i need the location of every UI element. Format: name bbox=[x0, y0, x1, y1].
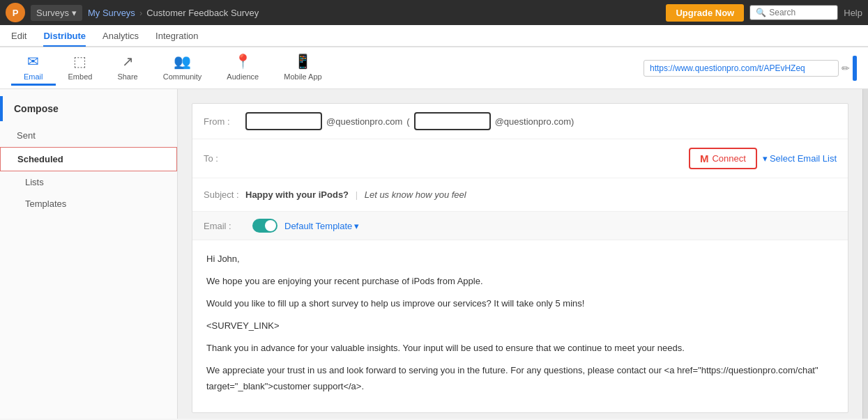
sidebar-item-scheduled[interactable]: Scheduled bbox=[0, 147, 177, 171]
email-body-line3: Would you like to fill up a short survey… bbox=[206, 296, 834, 311]
surveys-menu-button[interactable]: Surveys ▾ bbox=[31, 5, 82, 21]
email-label: Email : bbox=[204, 221, 245, 231]
surveys-label: Surveys bbox=[36, 8, 69, 18]
to-actions: M Connect ▾ Select Email List bbox=[689, 148, 837, 169]
sidebar-item-templates[interactable]: Templates bbox=[0, 193, 177, 215]
url-bar: ✏ bbox=[644, 56, 857, 81]
subject-italic: Let us know how you feel bbox=[365, 189, 466, 200]
my-surveys-link[interactable]: My Surveys bbox=[88, 8, 135, 18]
embed-icon: ⬚ bbox=[73, 53, 86, 70]
subject-label: Subject : bbox=[204, 189, 245, 200]
community-icon: 👥 bbox=[174, 53, 191, 70]
subject-row: Subject : Happy with your iPods? | Let u… bbox=[192, 178, 848, 212]
toolbar-audience-label: Audience bbox=[227, 72, 259, 81]
compose-area: From : @questionpro.com ( @questionpro.c… bbox=[178, 89, 862, 419]
second-nav: Edit Distribute Analytics Integration bbox=[0, 25, 868, 47]
toolbar-embed[interactable]: ⬚ Embed bbox=[56, 50, 105, 86]
select-email-list-button[interactable]: ▾ Select Email List bbox=[763, 153, 837, 164]
email-icon: ✉ bbox=[27, 53, 39, 70]
toolbar-mobile-app[interactable]: 📱 Mobile App bbox=[271, 50, 334, 86]
connect-button[interactable]: M Connect bbox=[689, 148, 757, 169]
top-nav: P Surveys ▾ My Surveys › Customer Feedba… bbox=[0, 0, 868, 25]
right-scrollbar[interactable] bbox=[862, 89, 868, 419]
subject-bold: Happy with your iPods? bbox=[245, 189, 349, 200]
email-body-greeting: Hi John, bbox=[206, 251, 834, 267]
compose-panel: From : @questionpro.com ( @questionpro.c… bbox=[192, 103, 848, 413]
mobile-app-icon: 📱 bbox=[294, 53, 312, 70]
main-content: Compose Sent Scheduled Lists Templates F… bbox=[0, 89, 868, 419]
default-template-button[interactable]: Default Template ▾ bbox=[284, 221, 359, 231]
from-reply-input[interactable] bbox=[414, 112, 491, 130]
audience-icon: 📍 bbox=[234, 53, 252, 70]
toolbar-share-label: Share bbox=[117, 72, 137, 81]
help-text: Help bbox=[844, 8, 862, 18]
nav-edit[interactable]: Edit bbox=[11, 26, 26, 45]
search-box: 🔍 bbox=[749, 5, 838, 20]
toolbar-audience[interactable]: 📍 Audience bbox=[214, 50, 271, 86]
icon-toolbar: ✉ Email ⬚ Embed ↗ Share 👥 Community 📍 Au… bbox=[0, 47, 868, 89]
dropdown-icon: ▾ bbox=[72, 8, 77, 18]
from-inputs: @questionpro.com ( @questionpro.com) bbox=[245, 112, 837, 130]
toolbar-email[interactable]: ✉ Email bbox=[11, 50, 56, 86]
to-row: To : M Connect ▾ Select Email List bbox=[192, 139, 848, 178]
app-logo: P bbox=[6, 3, 25, 22]
top-nav-right: Upgrade Now 🔍 Help bbox=[666, 4, 862, 22]
from-paren-open: ( bbox=[406, 116, 409, 127]
email-body-survey-link: <SURVEY_LINK> bbox=[206, 318, 834, 334]
breadcrumb: My Surveys › Customer Feedback Survey bbox=[88, 8, 259, 18]
toolbar-mobile-app-label: Mobile App bbox=[284, 72, 321, 81]
breadcrumb-arrow: › bbox=[139, 8, 142, 18]
connect-label: Connect bbox=[712, 153, 745, 164]
subject-divider: | bbox=[356, 189, 360, 200]
toolbar-share[interactable]: ↗ Share bbox=[105, 50, 150, 86]
default-template-label: Default Template bbox=[284, 221, 352, 231]
toolbar-email-label: Email bbox=[24, 72, 43, 81]
to-label: To : bbox=[204, 153, 245, 164]
blue-accent-strip bbox=[853, 56, 857, 81]
share-icon: ↗ bbox=[122, 53, 134, 70]
upgrade-button[interactable]: Upgrade Now bbox=[666, 4, 744, 22]
email-body-line2: We hope you are enjoying your recent pur… bbox=[206, 274, 834, 289]
email-body-line6: We appreciate your trust in us and look … bbox=[206, 363, 834, 394]
template-chevron-icon: ▾ bbox=[354, 221, 359, 231]
from-label: From : bbox=[204, 116, 245, 127]
email-toggle[interactable] bbox=[252, 219, 277, 233]
toolbar-community[interactable]: 👥 Community bbox=[151, 50, 215, 86]
from-name-input[interactable] bbox=[245, 112, 322, 130]
gmail-icon: M bbox=[700, 153, 709, 164]
nav-integration[interactable]: Integration bbox=[155, 26, 198, 45]
email-body: Hi John, We hope you are enjoying your r… bbox=[192, 240, 848, 412]
nav-analytics[interactable]: Analytics bbox=[102, 26, 139, 45]
left-sidebar: Compose Sent Scheduled Lists Templates bbox=[0, 89, 178, 419]
email-row: Email : Default Template ▾ bbox=[192, 212, 848, 240]
search-input[interactable] bbox=[769, 8, 832, 17]
email-body-line5: Thank you in advance for your valuable i… bbox=[206, 341, 834, 356]
chevron-down-icon: ▾ bbox=[763, 153, 768, 164]
sidebar-compose: Compose bbox=[0, 96, 177, 121]
from-row: From : @questionpro.com ( @questionpro.c… bbox=[192, 104, 848, 139]
from-domain1: @questionpro.com bbox=[326, 116, 402, 127]
sidebar-item-lists[interactable]: Lists bbox=[0, 171, 177, 193]
select-email-list-label: Select Email List bbox=[770, 153, 837, 164]
nav-distribute[interactable]: Distribute bbox=[43, 26, 86, 47]
url-input[interactable] bbox=[644, 60, 839, 77]
toolbar-community-label: Community bbox=[163, 72, 202, 81]
subject-text: Happy with your iPods? | Let us know how… bbox=[245, 189, 466, 200]
toolbar-embed-label: Embed bbox=[68, 72, 93, 81]
url-edit-icon[interactable]: ✏ bbox=[842, 63, 850, 74]
search-icon: 🔍 bbox=[756, 8, 766, 17]
survey-name: Customer Feedback Survey bbox=[146, 8, 259, 18]
from-domain2: @questionpro.com) bbox=[495, 116, 574, 127]
sidebar-item-sent[interactable]: Sent bbox=[0, 124, 177, 147]
